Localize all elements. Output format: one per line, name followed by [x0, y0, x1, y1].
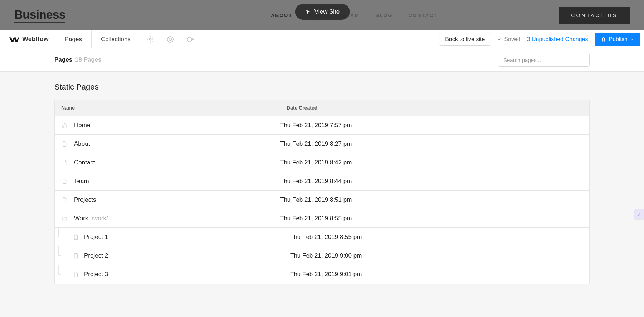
cursor-icon [305, 9, 311, 15]
page-icon [65, 253, 84, 259]
home-icon [55, 123, 74, 128]
nav-about[interactable]: ABOUT [271, 13, 292, 18]
intercom-badge[interactable]: ⤢ [634, 209, 644, 219]
page-date: Thu Feb 21, 2019 9:01 pm [290, 271, 589, 278]
page-icon [65, 234, 84, 240]
page-date: Thu Feb 21, 2019 8:51 pm [280, 196, 589, 203]
page-name: Home [74, 122, 280, 129]
page-date: Thu Feb 21, 2019 8:55 pm [280, 215, 589, 222]
page-icon [55, 141, 74, 147]
saved-label: Saved [504, 36, 520, 43]
pages-table: Name Date Created HomeThu Feb 21, 2019 7… [54, 100, 590, 284]
tab-pages[interactable]: Pages [55, 30, 92, 48]
pages-content: Static Pages Name Date Created HomeThu F… [0, 71, 644, 317]
table-row[interactable]: Project 2Thu Feb 21, 2019 9:00 pm [55, 246, 589, 265]
search-pages-input[interactable] [498, 53, 590, 67]
webflow-logo[interactable]: Webflow [0, 30, 55, 48]
static-pages-heading: Static Pages [54, 82, 590, 92]
contact-us-button[interactable]: CONTACT US [559, 7, 630, 24]
subheader-count: 18 Pages [75, 56, 102, 63]
view-site-button[interactable]: View Site [295, 4, 350, 20]
publish-label: Publish [609, 36, 628, 43]
table-header: Name Date Created [55, 100, 589, 116]
help-button[interactable] [160, 30, 180, 48]
page-name: Work/work/ [74, 215, 280, 222]
table-row[interactable]: ProjectsThu Feb 21, 2019 8:51 pm [55, 191, 589, 209]
page-date: Thu Feb 21, 2019 8:27 pm [280, 140, 589, 148]
svg-point-0 [149, 38, 151, 40]
tree-line [55, 228, 65, 246]
table-row[interactable]: HomeThu Feb 21, 2019 7:57 pm [55, 116, 589, 135]
webflow-logo-icon [9, 36, 19, 43]
page-icon [55, 197, 74, 203]
page-name: Team [74, 178, 280, 185]
table-row[interactable]: Project 3Thu Feb 21, 2019 9:01 pm [55, 265, 589, 284]
column-name: Name [55, 100, 280, 116]
editor-toolbar: Webflow Pages Collections Back to live s… [0, 30, 644, 48]
site-brand: Business [14, 8, 65, 23]
page-name: Project 1 [84, 234, 290, 241]
tab-collections[interactable]: Collections [92, 30, 140, 48]
page-name: Project 2 [84, 252, 290, 259]
column-date: Date Created [280, 100, 589, 116]
page-date: Thu Feb 21, 2019 8:42 pm [280, 159, 589, 166]
table-row[interactable]: ContactThu Feb 21, 2019 8:42 pm [55, 153, 589, 172]
pages-subheader: Pages 18 Pages [0, 48, 644, 71]
check-icon [497, 37, 502, 42]
subheader-title: Pages [54, 56, 72, 63]
table-row[interactable]: Work/work/Thu Feb 21, 2019 8:55 pm [55, 209, 589, 228]
saved-indicator: Saved [497, 36, 520, 43]
page-name: Contact [74, 159, 280, 166]
page-date: Thu Feb 21, 2019 7:57 pm [280, 122, 589, 129]
svg-point-2 [169, 38, 171, 40]
nav-blog[interactable]: BLOG [375, 13, 392, 18]
page-name: Project 3 [84, 271, 290, 278]
gear-icon [146, 35, 154, 43]
page-icon [65, 272, 84, 277]
site-preview-header: Business ABOUT WORK TEAM BLOG CONTACT CO… [0, 0, 644, 30]
folder-icon [55, 216, 74, 221]
page-name: About [74, 140, 280, 148]
table-row[interactable]: Project 1Thu Feb 21, 2019 8:55 pm [55, 228, 589, 246]
page-icon [55, 178, 74, 184]
table-row[interactable]: AboutThu Feb 21, 2019 8:27 pm [55, 135, 589, 153]
life-ring-icon [166, 35, 174, 43]
table-row[interactable]: TeamThu Feb 21, 2019 8:44 pm [55, 172, 589, 191]
page-date: Thu Feb 21, 2019 9:00 pm [290, 252, 589, 259]
chevron-down-icon [630, 38, 634, 41]
page-date: Thu Feb 21, 2019 8:55 pm [290, 234, 589, 241]
unpublished-changes-link[interactable]: 3 Unpublished Changes [527, 36, 588, 43]
nav-contact[interactable]: CONTACT [408, 13, 437, 18]
settings-button[interactable] [140, 30, 160, 48]
page-slug: /work/ [92, 215, 108, 222]
page-date: Thu Feb 21, 2019 8:44 pm [280, 178, 589, 185]
view-site-label: View Site [314, 8, 340, 15]
logout-button[interactable] [180, 30, 200, 48]
rocket-icon [601, 37, 606, 42]
tree-line [55, 265, 65, 284]
back-to-live-site-button[interactable]: Back to live site [439, 33, 491, 46]
page-icon [55, 160, 74, 165]
webflow-wordmark: Webflow [22, 35, 49, 43]
logout-icon [186, 35, 194, 43]
page-name: Projects [74, 196, 280, 203]
tree-line [55, 246, 65, 265]
publish-button[interactable]: Publish [595, 33, 640, 46]
